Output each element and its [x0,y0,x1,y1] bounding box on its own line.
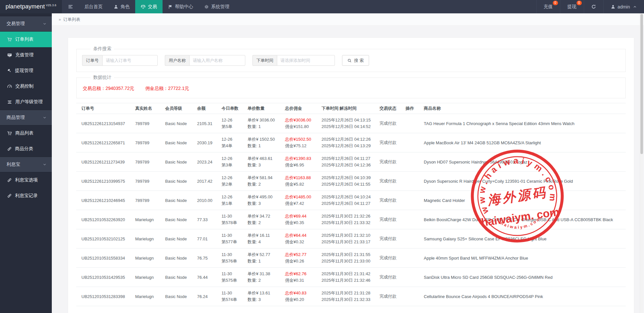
cell-price-qty: 单价¥ 581.94 数量: 2 [248,175,285,188]
commission-amount: 佣金总额：27722.1元 [145,86,189,92]
table-header: 订单号 真实姓名 会员等级 余额 今日单数 单价数量 总价佣金 下单时间 解冻时… [76,103,626,114]
cell-order-no: UB2512261211273439 [76,160,135,164]
search-panel: 条件搜索 订单号 用户名称 下单时间 搜 索 [76,46,626,72]
cell-balance: 76.44 [197,275,222,280]
nav-item-label: 角色 [121,4,130,10]
chevron-down-icon [43,22,47,26]
cell-total-commission: 总价¥1163.88 佣金¥5.82 [285,175,322,188]
column-header: 订单号 [76,106,135,111]
recharge-badge: 0 [553,1,558,5]
nav-menu: 后台首页 角色 交易 帮助中心 系统管理 [79,0,235,13]
chevron-down-icon [43,163,47,166]
search-row: 订单号 用户名称 下单时间 搜 索 [81,55,621,66]
sidebar-item[interactable]: 交易控制 [0,78,52,94]
nav-item-label: 后台首页 [84,4,103,10]
table-row: UB2512261211273439 789789 Basic Node 202… [76,152,626,172]
cell-day-count: 12-26 第3单 [222,155,248,168]
flag-icon [168,5,173,9]
sidebar-toggle-button[interactable] [62,0,79,13]
sidebar-item[interactable]: 用户等级管理 [0,94,52,110]
nav-item[interactable]: 系统管理 [199,0,235,13]
top-navbar: planetpaymentV25.3.6 后台首页 角色 交易 帮助中心 [0,0,644,13]
cell-order-no: UB2512261210399575 [76,179,135,184]
vertical-scrollbar [640,13,643,313]
order-time-field: 下单时间 [252,55,335,66]
cell-total-commission: 总价¥52.77 佣金¥0.26 [285,251,322,264]
nav-item[interactable]: 交易 [135,0,163,13]
list-icon [7,100,12,105]
order-no-input[interactable] [102,55,158,66]
recharge-label: 充值 [544,4,553,10]
sidebar-item[interactable]: 利息宝选项 [0,172,52,188]
cell-product: Samsung Galaxy S25+ Silicone Case EF-PS9… [424,236,626,241]
card-icon [7,53,12,58]
cell-times: 2025年11月30日 21:32:10 2025年11月30日 21:33:1… [322,232,379,245]
cell-level: Basic Node [165,160,197,164]
column-header: 操作 [406,106,424,111]
nav-item[interactable]: 后台首页 [79,0,108,13]
cell-price-qty: 单价¥ 13.61 数量: 3 [248,290,285,303]
cell-price-qty: 单价¥ 463.61 数量: 3 [248,155,285,168]
nav-item-label: 帮助中心 [175,4,193,10]
order-time-input[interactable] [277,55,335,66]
cell-balance: 77.01 [197,236,222,241]
sidebar-item[interactable]: 充值管理 [0,47,52,63]
refresh-icon [591,4,596,9]
breadcrumb-marker: » [59,17,61,22]
sidebar-item[interactable]: 提现管理 [0,63,52,78]
refresh-button[interactable] [584,0,603,13]
table-row: UB2512261210399575 789789 Basic Node 201… [76,172,626,191]
cell-real-name: 789789 [135,140,165,145]
recharge-button[interactable]: 充值 0 [536,0,560,13]
cell-product: Dyson HD07 Supersonic Hairdryer 56449926… [424,160,626,164]
cell-total-commission: 总价¥1390.83 佣金¥6.95 [285,155,322,168]
cell-balance: 2023.24 [197,160,222,164]
user-name: admin [618,4,630,9]
cell-status: 完成付款 [379,274,406,280]
column-header: 今日单数 [222,106,248,111]
cart-icon [7,37,12,42]
section-label: 利息宝 [7,162,20,167]
sidebar-item[interactable]: 利息宝记录 [0,188,52,204]
cell-real-name: Marielugn [135,275,165,280]
cell-level: Basic Node [165,275,197,280]
sidebar-section-trade[interactable]: 交易管理 [0,16,52,32]
cell-real-name: 789789 [135,121,165,126]
person-icon [611,5,615,9]
cell-day-count: 11-30 第576单 [222,251,248,264]
sidebar-item[interactable]: 商品列表 [0,125,52,141]
user-menu[interactable]: admin [603,0,644,13]
cell-balance: 76.24 [197,294,222,299]
cell-status: 完成付款 [379,121,406,126]
table-body: UB2512261213154937 789789 Basic Node 210… [76,114,626,313]
nav-item[interactable]: 帮助中心 [163,0,199,13]
cell-status: 完成付款 [379,293,406,299]
column-header: 真实姓名 [135,106,165,111]
sidebar-item[interactable]: 商品分类 [0,141,52,157]
nav-item-label: 交易 [148,4,157,10]
cell-real-name: Marielugn [135,217,165,222]
chevron-up-icon [633,5,637,9]
gauge-icon [7,84,12,89]
cell-total-commission: 总价¥62.76 佣金¥0.31 [285,271,322,284]
cell-day-count: 11-30 第578单 [222,213,248,226]
person-icon [114,5,118,9]
search-button-label: 搜 索 [354,58,364,64]
cell-level: Basic Node [165,217,197,222]
cell-product: Belkin BoostCharge 42W Dual USB-C PD PPS… [424,217,626,222]
cart-icon [7,131,12,136]
sidebar-item[interactable]: 订单列表 [0,32,52,47]
user-name-input[interactable] [189,55,245,66]
sidebar-section-goods[interactable]: 商品管理 [0,110,52,125]
section-label: 商品管理 [7,115,25,121]
cell-balance: 2010.00 [197,198,222,203]
cell-day-count: 12-26 第4单 [222,136,248,149]
nav-item[interactable]: 角色 [108,0,135,13]
withdraw-button[interactable]: 提现 0 [560,0,584,13]
sidebar-section-interest[interactable]: 利息宝 [0,157,52,172]
page-title: 订单列表 [63,17,80,22]
table-row: UB2512010531429535 Marielugn Basic Node … [76,268,626,287]
search-button[interactable]: 搜 索 [342,55,369,66]
scrollbar-thumb[interactable] [640,14,643,154]
cell-balance: 76.75 [197,256,222,261]
